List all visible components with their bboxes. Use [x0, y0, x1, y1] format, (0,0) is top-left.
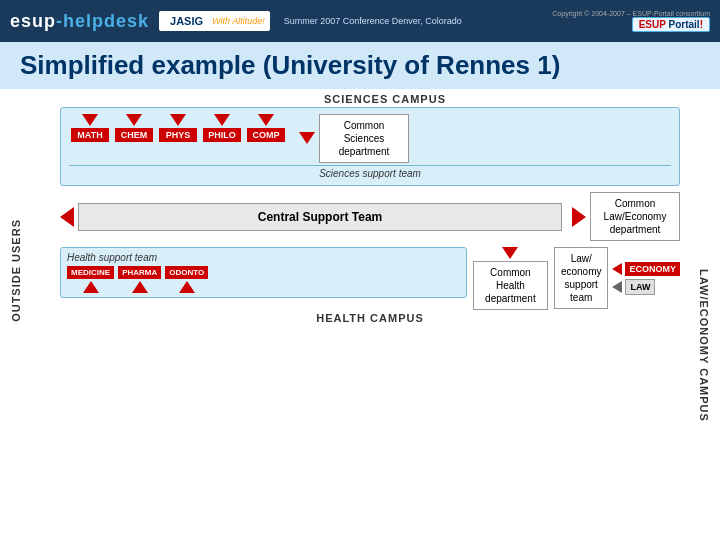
health-dept-arrow	[502, 247, 518, 259]
central-right-arrow	[572, 207, 586, 227]
medicine-arrow-up	[83, 281, 99, 293]
philo-dept: PHILO	[203, 128, 241, 142]
odonto-col: ODONTO	[165, 266, 208, 293]
header: esup-helpdesk JASIG With Altitude! Summe…	[0, 0, 720, 42]
law-left-arrow	[612, 281, 622, 293]
sciences-campus-label: SCIENCES CAMPUS	[60, 93, 710, 105]
odonto-arrow-up	[179, 281, 195, 293]
law-dept-box: LAW	[625, 279, 655, 295]
law-economy-campus-label: LAW/ECONOMY CAMPUS	[698, 269, 710, 422]
economy-left-arrow	[612, 263, 622, 275]
common-sciences-dept: CommonSciencesdepartment	[319, 114, 409, 163]
common-law-economy-dept: CommonLaw/Economydepartment	[590, 192, 680, 241]
sciences-dept-arrow	[299, 132, 315, 144]
header-right: Copyright © 2004-2007 – ESUP-Portail con…	[552, 10, 710, 32]
economy-row: ECONOMY	[612, 262, 680, 276]
sciences-support-team-label: Sciences support team	[69, 165, 671, 181]
page-title-bar: Simplified example (University of Rennes…	[0, 42, 720, 89]
health-campus-bottom-label: HEALTH CAMPUS	[60, 312, 680, 324]
comp-arrow-down	[258, 114, 274, 126]
law-economy-support-section: Law/economysupportteam ECONOMY LAW	[554, 247, 680, 309]
health-support-team-label: Health support team	[67, 252, 460, 263]
sciences-campus-box: MATH CHEM PHYS PHILO	[60, 107, 680, 186]
law-row: LAW	[612, 279, 680, 295]
math-arrow-down	[82, 114, 98, 126]
central-left-arrow	[60, 207, 74, 227]
esup-portail-badge: ESUP Portail!	[632, 17, 710, 32]
health-campus-box: Health support team MEDICINE PHARMA ODON…	[60, 247, 467, 298]
common-health-dept: CommonHealthdepartment	[473, 261, 548, 310]
comp-col: COMP	[247, 114, 285, 142]
chem-arrow-down	[126, 114, 142, 126]
math-col: MATH	[71, 114, 109, 142]
comp-dept: COMP	[247, 128, 285, 142]
diagram-area: MATH CHEM PHYS PHILO	[60, 107, 680, 324]
chem-dept: CHEM	[115, 128, 153, 142]
economy-law-boxes: ECONOMY LAW	[612, 262, 680, 295]
health-section: Health support team MEDICINE PHARMA ODON…	[60, 247, 680, 310]
economy-dept-box: ECONOMY	[625, 262, 680, 276]
header-left: esup-helpdesk JASIG With Altitude! Summe…	[10, 11, 462, 32]
outside-users-label: OUTSIDE USERS	[10, 219, 22, 322]
esup-logo: esup-helpdesk	[10, 11, 149, 32]
common-health-section: CommonHealthdepartment	[473, 247, 548, 310]
philo-arrow-down	[214, 114, 230, 126]
pharma-col: PHARMA	[118, 266, 161, 293]
pharma-dept: PHARMA	[118, 266, 161, 279]
medicine-col: MEDICINE	[67, 266, 114, 293]
chem-col: CHEM	[115, 114, 153, 142]
philo-col: PHILO	[203, 114, 241, 142]
conference-info: Summer 2007 Conference Denver, Colorado	[284, 16, 462, 26]
copyright-text: Copyright © 2004-2007 – ESUP-Portail con…	[552, 10, 710, 17]
odonto-dept: ODONTO	[165, 266, 208, 279]
phys-arrow-down	[170, 114, 186, 126]
jasig-tagline: With Altitude!	[212, 16, 265, 26]
main-content: OUTSIDE USERS LAW/ECONOMY CAMPUS SCIENCE…	[0, 89, 720, 540]
phys-col: PHYS	[159, 114, 197, 142]
central-row: Central Support Team CommonLaw/Economyde…	[60, 192, 680, 241]
medicine-row: MEDICINE PHARMA ODONTO	[67, 266, 460, 293]
math-dept: MATH	[71, 128, 109, 142]
jasig-logo: JASIG	[164, 13, 209, 29]
phys-dept: PHYS	[159, 128, 197, 142]
medicine-dept: MEDICINE	[67, 266, 114, 279]
central-support-box: Central Support Team	[78, 203, 562, 231]
pharma-arrow-up	[132, 281, 148, 293]
page-title: Simplified example (University of Rennes…	[20, 50, 700, 81]
law-economy-support-box: Law/economysupportteam	[554, 247, 609, 309]
